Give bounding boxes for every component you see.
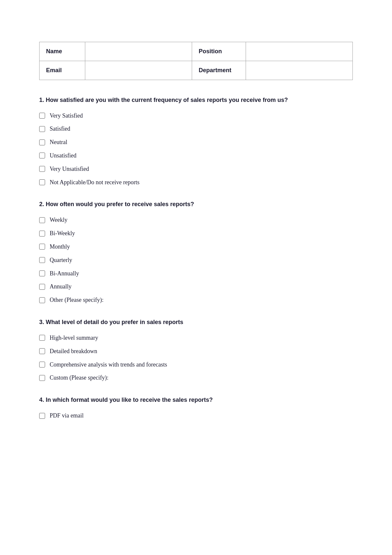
- option-list-4: PDF via email: [39, 411, 353, 420]
- checkbox-icon[interactable]: [39, 244, 45, 250]
- name-label: Name: [40, 42, 85, 61]
- list-item[interactable]: Bi-Annually: [39, 269, 353, 278]
- option-text: Neutral: [50, 138, 67, 147]
- option-text: Custom (Please specify):: [50, 373, 108, 383]
- list-item[interactable]: Not Applicable/Do not receive reports: [39, 178, 353, 187]
- checkbox-icon[interactable]: [39, 217, 45, 223]
- department-value[interactable]: [246, 61, 352, 80]
- list-item[interactable]: Satisfied: [39, 124, 353, 134]
- option-text: High-level summary: [50, 333, 98, 343]
- checkbox-icon[interactable]: [39, 413, 45, 419]
- list-item[interactable]: Very Unsatisfied: [39, 164, 353, 174]
- list-item[interactable]: Bi-Weekly: [39, 229, 353, 238]
- checkbox-icon[interactable]: [39, 362, 45, 367]
- checkbox-icon[interactable]: [39, 166, 45, 172]
- option-list-1: Very SatisfiedSatisfiedNeutralUnsatisfie…: [39, 111, 353, 187]
- checkbox-icon[interactable]: [39, 335, 45, 341]
- option-text: Comprehensive analysis with trends and f…: [50, 360, 167, 369]
- list-item[interactable]: High-level summary: [39, 333, 353, 343]
- list-item[interactable]: Very Satisfied: [39, 111, 353, 121]
- department-label: Department: [192, 61, 246, 80]
- checkbox-icon[interactable]: [39, 284, 45, 290]
- list-item[interactable]: PDF via email: [39, 411, 353, 420]
- question-block-1: 1. How satisfied are you with the curren…: [39, 96, 353, 187]
- list-item[interactable]: Neutral: [39, 138, 353, 147]
- question-label-2: 2. How often would you prefer to receive…: [39, 200, 353, 209]
- option-text: PDF via email: [50, 411, 84, 420]
- option-text: Detailed breakdown: [50, 347, 97, 356]
- email-label: Email: [40, 61, 85, 80]
- respondent-details-table: Name Position Email Department: [39, 42, 353, 80]
- option-text: Satisfied: [50, 124, 70, 134]
- checkbox-icon[interactable]: [39, 113, 45, 119]
- list-item[interactable]: Quarterly: [39, 255, 353, 265]
- checkbox-icon[interactable]: [39, 257, 45, 263]
- list-item[interactable]: Other (Please specify):: [39, 295, 353, 305]
- position-label: Position: [192, 42, 246, 61]
- checkbox-icon[interactable]: [39, 231, 45, 237]
- questions-container: 1. How satisfied are you with the curren…: [39, 96, 353, 420]
- list-item[interactable]: Monthly: [39, 242, 353, 252]
- option-list-2: WeeklyBi-WeeklyMonthlyQuarterlyBi-Annual…: [39, 215, 353, 305]
- checkbox-icon[interactable]: [39, 126, 45, 132]
- option-text: Very Unsatisfied: [50, 164, 89, 174]
- question-block-2: 2. How often would you prefer to receive…: [39, 200, 353, 305]
- option-text: Unsatisfied: [50, 151, 76, 160]
- option-text: Weekly: [50, 215, 68, 225]
- list-item[interactable]: Weekly: [39, 215, 353, 225]
- position-value[interactable]: [246, 42, 352, 61]
- list-item[interactable]: Annually: [39, 282, 353, 291]
- name-value[interactable]: [85, 42, 192, 61]
- question-block-3: 3. What level of detail do you prefer in…: [39, 318, 353, 383]
- option-text: Annually: [50, 282, 72, 291]
- list-item[interactable]: Unsatisfied: [39, 151, 353, 160]
- option-text: Very Satisfied: [50, 111, 83, 121]
- option-text: Other (Please specify):: [50, 295, 104, 305]
- checkbox-icon[interactable]: [39, 297, 45, 303]
- table-row: Name Position: [40, 42, 353, 61]
- question-block-4: 4. In which format would you like to rec…: [39, 396, 353, 420]
- checkbox-icon[interactable]: [39, 139, 45, 145]
- list-item[interactable]: Custom (Please specify):: [39, 373, 353, 383]
- option-text: Bi-Weekly: [50, 229, 75, 238]
- question-label-3: 3. What level of detail do you prefer in…: [39, 318, 353, 327]
- checkbox-icon[interactable]: [39, 270, 45, 276]
- table-row: Email Department: [40, 61, 353, 80]
- option-list-3: High-level summaryDetailed breakdownComp…: [39, 333, 353, 383]
- question-label-4: 4. In which format would you like to rec…: [39, 396, 353, 404]
- option-text: Not Applicable/Do not receive reports: [50, 178, 139, 187]
- option-text: Bi-Annually: [50, 269, 79, 278]
- question-label-1: 1. How satisfied are you with the curren…: [39, 96, 353, 105]
- checkbox-icon[interactable]: [39, 348, 45, 354]
- email-value[interactable]: [85, 61, 192, 80]
- checkbox-icon[interactable]: [39, 375, 45, 381]
- option-text: Quarterly: [50, 255, 72, 265]
- list-item[interactable]: Comprehensive analysis with trends and f…: [39, 360, 353, 369]
- checkbox-icon[interactable]: [39, 179, 45, 185]
- option-text: Monthly: [50, 242, 70, 252]
- list-item[interactable]: Detailed breakdown: [39, 347, 353, 356]
- checkbox-icon[interactable]: [39, 153, 45, 158]
